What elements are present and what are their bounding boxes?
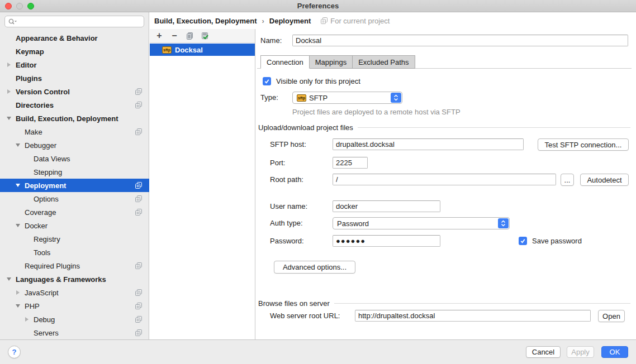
sidebar-item-debugger[interactable]: Debugger [0,138,149,152]
web-url-input[interactable] [355,310,591,322]
sidebar-item-required-plugins[interactable]: Required Plugins [0,259,149,272]
sidebar-item-keymap[interactable]: Keymap [0,45,149,58]
advanced-options-button[interactable]: Advanced options... [274,261,355,274]
chevron-right-icon[interactable] [23,316,30,323]
tree-spacer [15,209,21,215]
name-row: Name: [256,35,636,47]
connection-tabs: Connection Mappings Excluded Paths [260,55,415,69]
sidebar-item-build-execution-deployment[interactable]: Build, Execution, Deployment [0,112,149,125]
advanced-row: Advanced options... [256,261,636,274]
project-scope-icon [135,102,142,108]
visible-only-label[interactable]: Visible only for this project [276,75,360,88]
port-input[interactable] [333,157,368,169]
sidebar-item-deployment-selected[interactable]: Deployment [0,179,149,192]
tab-excluded-paths[interactable]: Excluded Paths [352,55,415,69]
sidebar-item-debug[interactable]: Debug [0,313,149,326]
tree-spacer [6,35,12,41]
port-row: Port: [256,157,636,169]
project-scope-icon [321,17,328,24]
check-icon [264,78,270,84]
sidebar-item-plugins[interactable]: Plugins [0,71,149,85]
type-select[interactable]: sftp SFTP [292,92,402,104]
sidebar-item-options[interactable]: Options [0,192,149,205]
check-icon [520,238,526,244]
add-server-icon[interactable]: + [155,31,164,40]
duplicate-server-icon[interactable] [185,31,194,40]
type-row: Type: sftp SFTP [256,92,636,104]
chevron-right-icon[interactable] [15,289,21,296]
sidebar-item-tools[interactable]: Tools [0,246,149,259]
project-scope-icon [135,329,142,336]
sidebar-item-javascript[interactable]: JavaScript [0,286,149,299]
sidebar-item-registry[interactable]: Registry [0,232,149,246]
user-name-label: User name: [270,200,307,213]
server-list-item-docksal[interactable]: sftp Docksal [150,44,255,56]
project-scope-icon [135,303,142,309]
user-name-row: User name: [256,200,636,213]
search-input[interactable] [4,16,144,27]
project-scope-icon [135,316,142,323]
project-scope-icon [135,182,142,189]
deployment-form: Name: Connection Mappings Excluded Paths… [256,29,636,339]
preferences-window: Preferences Appearance & Behavior Keymap… [0,0,636,364]
project-scope-icon [135,128,142,135]
sidebar-item-directories[interactable]: Directories [0,98,149,112]
sidebar-item-docker[interactable]: Docker [0,219,149,232]
save-password-checkbox[interactable] [519,237,527,245]
help-button[interactable]: ? [8,346,21,358]
tab-mappings[interactable]: Mappings [309,55,353,69]
port-label: Port: [270,157,285,169]
cancel-button[interactable]: Cancel [526,346,561,358]
sidebar-item-appearance-behavior[interactable]: Appearance & Behavior [0,31,149,45]
save-password-label[interactable]: Save password [532,235,582,247]
sidebar-item-stepping[interactable]: Stepping [0,165,149,179]
chevron-right-icon[interactable] [6,88,12,95]
open-url-button[interactable]: Open [598,310,625,322]
server-name: Docksal [175,46,203,54]
password-input[interactable] [333,235,440,247]
tab-connection[interactable]: Connection [260,55,310,69]
auth-type-value: Password [337,219,369,228]
tree-spacer [6,75,12,82]
sidebar-item-data-views[interactable]: Data Views [0,152,149,165]
use-as-default-icon[interactable] [200,31,209,40]
chevron-down-icon[interactable] [15,182,21,189]
visible-only-checkbox[interactable] [263,77,271,85]
name-input[interactable] [292,35,628,46]
auth-type-select[interactable]: Password [333,217,510,229]
sidebar-item-servers[interactable]: Servers [0,326,149,339]
project-scope-icon [135,88,142,95]
window-title: Preferences [0,0,636,12]
chevron-down-icon[interactable] [6,115,12,122]
ok-button[interactable]: OK [601,346,628,358]
sidebar-item-languages-frameworks[interactable]: Languages & Frameworks [0,272,149,286]
project-scope-icon [135,289,142,296]
sidebar-item-make[interactable]: Make [0,125,149,138]
chevron-down-icon[interactable] [15,222,21,229]
browse-root-path-button[interactable]: ... [561,174,574,186]
chevron-right-icon[interactable] [6,61,12,68]
chevron-down-icon[interactable] [6,276,12,282]
sftp-host-input[interactable] [333,138,524,150]
browse-section-header: Browse files on server [258,298,630,308]
root-path-input[interactable] [333,174,556,185]
sidebar-item-coverage[interactable]: Coverage [0,205,149,219]
browse-section-title: Browse files on server [258,299,330,308]
server-list-panel: + − sftp Docksal [150,29,255,339]
settings-tree: Appearance & Behavior Keymap Editor Plug… [0,31,149,339]
sidebar-item-editor[interactable]: Editor [0,58,149,71]
test-sftp-connection-button[interactable]: Test SFTP connection... [538,138,629,151]
upload-section-title: Upload/download project files [258,123,353,132]
autodetect-button[interactable]: Autodetect [580,174,629,186]
chevron-down-icon[interactable] [15,142,21,149]
select-stepper-icon [498,218,509,228]
name-label: Name: [260,35,282,47]
sftp-host-row: SFTP host: Test SFTP connection... [256,138,636,151]
chevron-down-icon[interactable] [15,303,21,309]
sidebar-item-php[interactable]: PHP [0,299,149,313]
remove-server-icon[interactable]: − [170,31,179,40]
breadcrumb-parent[interactable]: Build, Execution, Deployment [154,17,257,25]
sidebar-item-version-control[interactable]: Version Control [0,85,149,98]
user-name-input[interactable] [333,200,440,212]
select-stepper-icon [391,93,401,103]
